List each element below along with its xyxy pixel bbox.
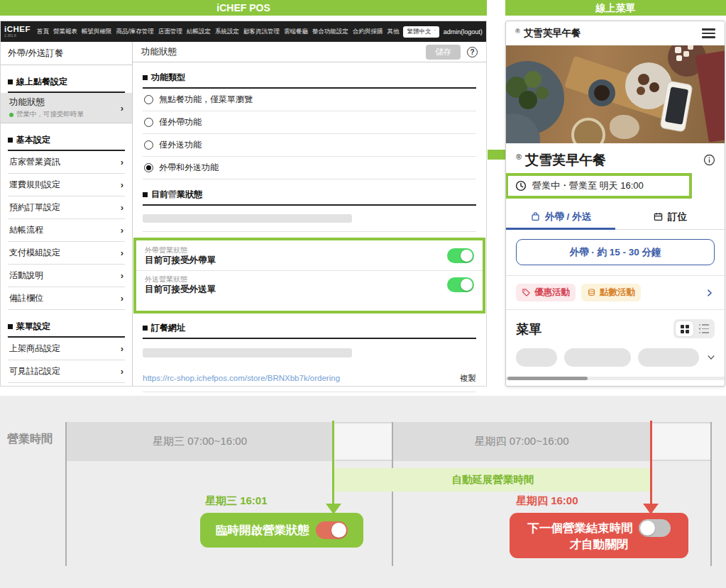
sidebar-item-store-info[interactable]: 店家營業資訊 › xyxy=(8,151,125,174)
sidebar-item-label: 預約訂單設定 xyxy=(9,201,60,213)
help-icon[interactable]: ? xyxy=(467,47,478,57)
sidebar-item-listed-products[interactable]: 上架商品設定 › xyxy=(8,338,125,360)
radio-option-menu-only[interactable]: 無點餐功能，僅菜單瀏覽 xyxy=(143,89,476,111)
promo-badges-row: 優惠活動 點數活動 xyxy=(506,276,725,310)
square-bullet-icon xyxy=(143,326,148,331)
business-hours-diagram: 營業時間 星期三 07:00~16:00 星期四 07:00~16:00 自動延… xyxy=(0,396,726,588)
category-chip-placeholder[interactable] xyxy=(564,348,631,367)
chevron-right-icon: › xyxy=(121,180,123,189)
hamburger-menu-icon[interactable] xyxy=(702,28,715,38)
nav-item-cloud-restaurant[interactable]: 雲端餐廳 xyxy=(284,28,308,36)
nav-item-reports[interactable]: 營業報表 xyxy=(53,28,77,36)
info-icon[interactable] xyxy=(703,154,715,166)
nav-item-accounts[interactable]: 帳號與權限 xyxy=(82,28,112,36)
radio-icon[interactable] xyxy=(144,140,153,150)
grid-view-icon[interactable] xyxy=(676,321,693,336)
store-logo-mark: ® xyxy=(515,28,520,35)
nav-item-inventory[interactable]: 商品/庫存管理 xyxy=(116,28,154,36)
section-title: 線上點餐設定 xyxy=(16,76,67,88)
sidebar-item-visible-notes[interactable]: 可見註記設定 › xyxy=(8,360,125,383)
tab-label: 外帶 / 外送 xyxy=(545,211,591,223)
sidebar-item-label: 結帳流程 xyxy=(9,224,43,236)
scrollbar-thumb[interactable] xyxy=(507,377,588,380)
feature-status-page: 功能狀態 儲存 ? 功能類型 無點餐功能，僅菜單瀏覽 xyxy=(133,42,486,386)
chevron-right-icon: › xyxy=(121,203,123,212)
business-status-banner: 營業中・營業至 明天 16:00 xyxy=(505,173,692,199)
diagram-label: 營業時間 xyxy=(7,432,53,447)
chevron-down-icon: ˇ xyxy=(434,29,435,34)
section-title: 基本設定 xyxy=(16,134,50,146)
radio-checked-icon[interactable] xyxy=(144,163,153,172)
temporary-open-toggle[interactable] xyxy=(316,521,348,539)
ichef-logo[interactable]: iCHEF 2.351.8 xyxy=(4,26,31,38)
tab-reservation[interactable]: 訂位 xyxy=(615,204,725,229)
chevron-down-icon[interactable] xyxy=(706,353,716,362)
open-marker-time: 星期三 16:01 xyxy=(205,494,268,508)
sidebar-title: 外帶/外送訂餐 xyxy=(1,42,132,65)
points-promo-badge[interactable]: 點數活動 xyxy=(581,284,641,301)
language-select[interactable]: 繁體中文 ˇ xyxy=(403,26,439,38)
chevron-right-icon: › xyxy=(121,271,123,280)
nav-item-system-settings[interactable]: 系統設定 xyxy=(215,28,239,36)
delivery-status-row: 外送營業狀態 目前可接受外送單 xyxy=(136,271,483,299)
close-marker-line xyxy=(650,421,652,513)
toggle-knob xyxy=(331,523,346,538)
close-marker-time: 星期四 16:00 xyxy=(516,494,578,508)
sidebar-item-shipping-rules[interactable]: 運費規則設定 › xyxy=(8,174,125,196)
toggle-knob xyxy=(461,250,473,262)
sidebar-item-feature-status[interactable]: 功能狀態 營業中，可接受即時單 › xyxy=(1,93,132,123)
nav-item-home[interactable]: 首頁 xyxy=(37,28,49,36)
discount-promo-badge[interactable]: 優惠活動 xyxy=(516,284,576,301)
horizontal-scrollbar xyxy=(506,377,725,380)
callout-label-line1: 下一個營業結束時間 xyxy=(527,521,633,536)
chevron-right-icon[interactable] xyxy=(705,288,715,298)
toggle-value: 目前可接受外帶單 xyxy=(145,255,216,267)
order-url-link[interactable]: https://rc-shop.ichefpos.com/store/BRNXb… xyxy=(143,374,340,382)
sidebar-item-payment-module[interactable]: 支付模組設定 › xyxy=(8,242,125,265)
category-chips-row xyxy=(506,345,725,375)
nav-item-crm[interactable]: 顧客資訊管理 xyxy=(243,28,280,36)
auto-close-toggle[interactable] xyxy=(639,519,671,537)
radio-option-takeout-and-delivery[interactable]: 外帶和外送功能 xyxy=(143,157,476,179)
online-menu-window-title: 線上菜單 xyxy=(505,0,726,16)
chevron-right-icon: › xyxy=(121,248,123,257)
nav-item-checkout-settings[interactable]: 結帳設定 xyxy=(187,28,211,36)
nav-item-others[interactable]: 其他 xyxy=(387,28,399,36)
logo-version: 2.351.8 xyxy=(4,34,31,38)
toggle-caption: 外送營業狀態 xyxy=(145,274,216,284)
store-cover-photo xyxy=(506,45,725,143)
sidebar-item-note-fields[interactable]: 備註欄位 › xyxy=(8,287,125,310)
tag-icon xyxy=(522,288,531,297)
list-view-icon[interactable] xyxy=(695,321,713,336)
delivery-status-toggle[interactable] xyxy=(447,277,474,292)
save-button[interactable]: 儲存 xyxy=(426,45,461,60)
sidebar-item-promo-description[interactable]: 活動說明 › xyxy=(8,265,125,287)
nav-item-store-mgmt[interactable]: 店面管理 xyxy=(158,28,182,36)
category-chip-placeholder[interactable] xyxy=(516,348,557,367)
toggle-knob xyxy=(640,521,655,536)
copy-url-button[interactable]: 複製 xyxy=(460,373,476,384)
radio-icon[interactable] xyxy=(144,118,153,127)
sidebar-item-checkout-flow[interactable]: 結帳流程 › xyxy=(8,219,125,242)
radio-option-takeout-only[interactable]: 僅外帶功能 xyxy=(143,111,476,134)
section-current-business-status: 目前營業狀態 xyxy=(143,189,476,206)
radio-option-delivery-only[interactable]: 僅外送功能 xyxy=(143,134,476,157)
settings-sidebar: 外帶/外送訂餐 線上點餐設定 功能狀態 營業中，可接受即時單 xyxy=(1,42,133,386)
temporary-open-callout: 臨時開啟營業狀態 xyxy=(200,513,363,548)
store-name-header: 艾雪芙早午餐 xyxy=(524,27,581,40)
pickup-time-button[interactable]: 外帶 · 約 15 - 30 分鐘 xyxy=(516,239,715,265)
radio-icon[interactable] xyxy=(144,95,153,104)
section-feature-type: 功能類型 xyxy=(143,72,476,89)
closed-gap-segment xyxy=(652,422,710,461)
store-logo-mark: ® xyxy=(516,152,522,161)
sidebar-item-preorder-settings[interactable]: 預約訂單設定 › xyxy=(8,196,125,219)
takeout-status-toggle[interactable] xyxy=(447,248,474,263)
tab-takeout-delivery[interactable]: 外帶 / 外送 xyxy=(506,204,615,229)
menu-heading-row: 菜單 xyxy=(506,310,725,345)
nav-item-integrations[interactable]: 整合功能設定 xyxy=(312,28,348,36)
nav-item-contracts[interactable]: 合約與採購 xyxy=(353,28,383,36)
category-chip-placeholder[interactable] xyxy=(638,348,699,367)
clock-icon xyxy=(515,180,527,192)
sidebar-item-status: 營業中，可接受即時單 xyxy=(16,110,84,119)
account-logout-link[interactable]: admin(logout) xyxy=(444,28,483,35)
